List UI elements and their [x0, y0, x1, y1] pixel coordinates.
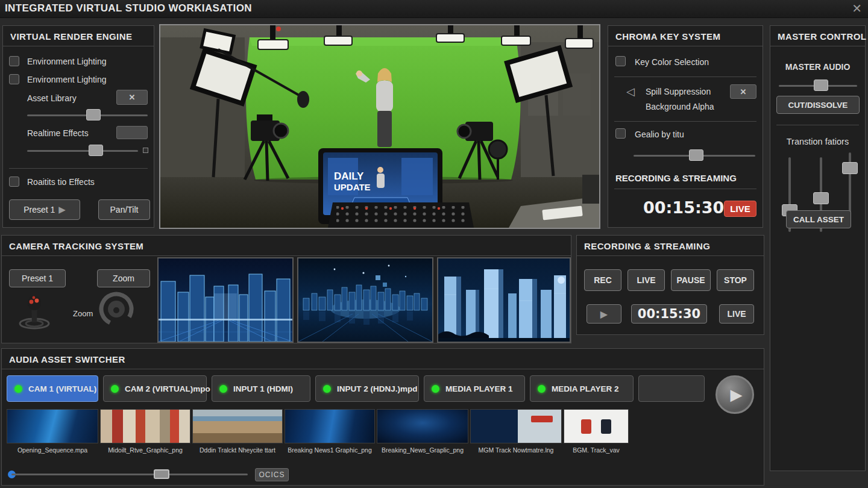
media-item: Breaking News1 Graphic_png — [285, 409, 375, 454]
slider-thumb[interactable] — [689, 149, 703, 161]
fader-thumb[interactable] — [842, 162, 858, 174]
asset-library-slider[interactable] — [27, 114, 148, 116]
rec-button[interactable]: REC — [584, 269, 621, 291]
source-media1-button[interactable]: MEDIA PLAYER 1 — [424, 375, 525, 402]
panel-title: RECORDING & STREAMING — [577, 236, 764, 256]
virtual-set-thumb-1[interactable] — [157, 257, 294, 343]
scrubber-button[interactable]: OCICS — [255, 468, 289, 481]
pan-tilt-label: Pan/Tilt — [110, 205, 139, 214]
media-thumb-5[interactable] — [377, 409, 468, 443]
background-alpha-label: Background Alpha — [646, 102, 714, 111]
cityscape-2 — [298, 258, 432, 342]
source-row: CAM 1 (VIRTUAL) CAM 2 (VIRTUAL)mpo INPUT… — [7, 375, 705, 402]
gealio-checkbox[interactable] — [615, 128, 626, 139]
camtrack-zoom-button[interactable]: Zoom — [97, 269, 150, 287]
audio-mixer — [328, 202, 474, 228]
source-label: INPUT 2 (HDNJ.)mpd — [337, 384, 418, 393]
media-thumb-6[interactable] — [470, 409, 562, 443]
camtrack-preset-button[interactable]: Preset 1 — [9, 269, 66, 287]
green-status-dot — [538, 385, 546, 393]
media-item: Dddin Tralckt Nheycite ttart — [192, 409, 283, 454]
camera-tracking-panel: CAMERA TRACKING SYSTEM Preset 1 Zoom Zoo… — [1, 235, 571, 343]
source-empty-button[interactable] — [638, 375, 705, 402]
green-status-dot — [14, 385, 22, 393]
stop-label: STOP — [724, 275, 747, 285]
program-preview: DAILY UPDATE — [159, 24, 600, 229]
cut-dissolve-button[interactable]: CUT/DISSOLVE — [776, 96, 860, 114]
master-audio-slider[interactable] — [779, 85, 857, 87]
slider-thumb[interactable] — [89, 145, 103, 156]
realtime-effects-slider[interactable] — [27, 150, 138, 152]
slider-thumb[interactable] — [86, 109, 101, 120]
source-cam1-button[interactable]: CAM 1 (VIRTUAL) — [7, 375, 98, 402]
title-bar: INTEGRATED VIRTUAL STUDIO WORKIASATION ✕ — [0, 0, 868, 18]
virtual-set-thumb-2[interactable] — [297, 257, 433, 343]
preset-1-label: Preset 1 — [24, 205, 55, 214]
media-thumb-7[interactable] — [564, 409, 629, 443]
chroma-key-panel: CHROMA KEY SYSTEM Key Color Selection ◁ … — [608, 25, 763, 228]
source-input2-button[interactable]: INPUT 2 (HDNJ.)mpd — [315, 375, 419, 402]
master-audio-label: MASTER AUDIO — [770, 62, 865, 72]
switcher-play-button[interactable]: ▶ — [715, 375, 754, 414]
live-toggle-button[interactable]: LIVE — [719, 304, 754, 324]
stop-button[interactable]: STOP — [717, 269, 754, 291]
close-icon[interactable]: ✕ — [852, 1, 862, 16]
source-cam2-button[interactable]: CAM 2 (VIRTUAL)mpo — [103, 375, 207, 402]
play-icon: ▶ — [58, 204, 66, 215]
joystick-icon[interactable] — [15, 291, 54, 331]
key-color-checkbox[interactable] — [615, 56, 626, 66]
cityscape-3 — [438, 258, 570, 342]
gealio-label: Gealio by titu — [635, 130, 684, 139]
asset-library-close-button[interactable]: ✕ — [116, 90, 148, 105]
scrubber-handle[interactable] — [154, 469, 169, 479]
virtual-set-thumb-3[interactable] — [437, 257, 571, 343]
live-button[interactable]: LIVE — [627, 269, 665, 291]
play-button[interactable]: ▶ — [587, 304, 621, 324]
scrubber-bar: OCICS — [2, 468, 764, 486]
green-status-dot — [432, 385, 439, 393]
slider-end-square — [143, 148, 148, 153]
realtime-effects-label: Realtime Effects — [27, 128, 89, 138]
panel-title: AUDIA ASSET SWITCHER — [2, 349, 764, 369]
divider — [614, 121, 756, 122]
effects-checkbox[interactable] — [9, 177, 19, 187]
env-lighting-label-2: Environment Lighting — [27, 75, 107, 84]
realtime-effects-button[interactable] — [116, 126, 148, 139]
scrubber-track[interactable] — [11, 474, 248, 475]
zoom-label: Zoom — [113, 274, 134, 283]
spill-close-button[interactable]: ✕ — [730, 84, 756, 99]
slider-thumb[interactable] — [814, 80, 828, 91]
source-input1-button[interactable]: INPUT 1 (HDMI) — [212, 375, 310, 402]
media-filename: Opening_Sequence.mpa — [17, 446, 87, 454]
window-title: INTEGRATED VIRTUAL STUDIO WORKIASATION — [5, 2, 252, 14]
call-asset-button[interactable]: CALL ASSET — [786, 210, 851, 228]
media-thumb-2[interactable] — [100, 409, 190, 443]
transition-label: Transtion fatiors — [770, 137, 865, 146]
media-item: Breaking_News_Graplic_png — [377, 409, 468, 454]
media-filename: Midoilt_Rtve_Graphic_png — [108, 446, 183, 454]
source-media2-button[interactable]: MEDIA PLAYER 2 — [530, 375, 634, 402]
media-thumb-1[interactable] — [7, 409, 98, 443]
chroma-slider[interactable] — [634, 155, 755, 157]
fader-thumb[interactable] — [813, 192, 829, 204]
preset-1-button[interactable]: Preset 1 ▶ — [9, 199, 80, 220]
pan-tilt-button[interactable]: Pan/Tilt — [98, 199, 150, 220]
pause-button[interactable]: PAUSE — [671, 269, 711, 291]
zoom-knob-label: Zoom — [73, 309, 93, 318]
media-thumb-3[interactable] — [192, 409, 283, 443]
env-lighting-checkbox-1[interactable] — [9, 56, 19, 66]
recording-streaming-panel: RECORDING & STREAMING REC LIVE PAUSE STO… — [576, 235, 764, 335]
media-filename: Dddin Tralckt Nheycite ttart — [200, 446, 275, 454]
media-item: MGM Track Nowtmatre.lng — [470, 409, 562, 454]
zoom-knob[interactable] — [98, 291, 134, 327]
source-label: MEDIA PLAYER 2 — [552, 384, 619, 393]
env-lighting-checkbox-2[interactable] — [9, 74, 19, 84]
pause-label: PAUSE — [676, 275, 705, 285]
live-label: LIVE — [637, 275, 655, 285]
back-arrow-icon[interactable]: ◁ — [626, 85, 635, 98]
divider — [614, 189, 756, 189]
media-filename: Breaking_News_Graplic_png — [382, 446, 464, 454]
panel-title: CHROMA KEY SYSTEM — [608, 26, 763, 46]
media-filename: BGM. Track_vav — [573, 446, 620, 454]
media-thumb-4[interactable] — [285, 409, 375, 443]
